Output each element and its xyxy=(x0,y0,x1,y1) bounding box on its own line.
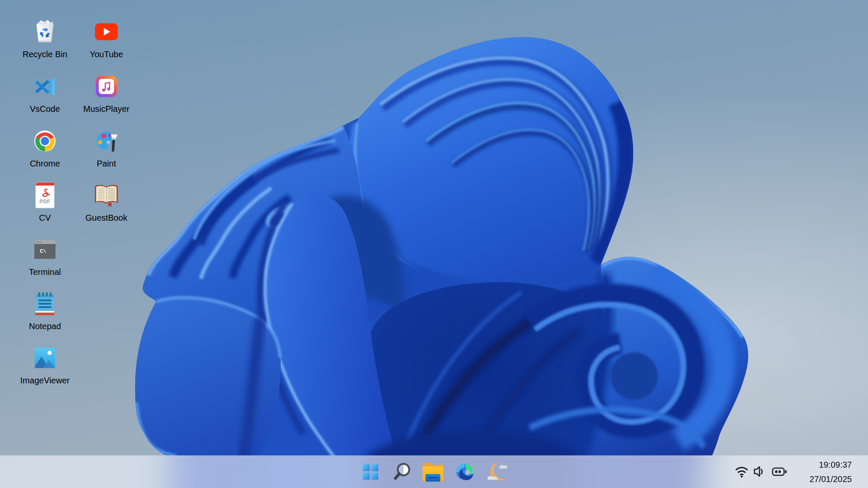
svg-text:C\: C\ xyxy=(40,248,47,255)
svg-text:PDF: PDF xyxy=(39,198,50,205)
